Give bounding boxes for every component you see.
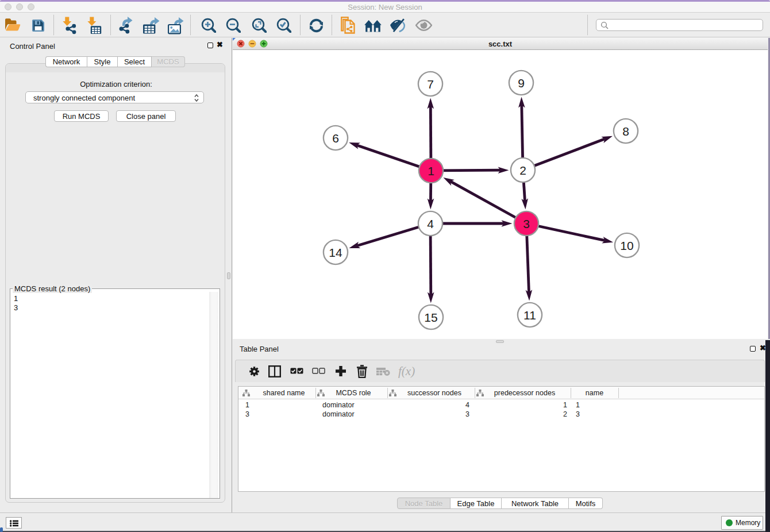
svg-text:2: 2: [519, 164, 526, 177]
svg-text:1: 1: [428, 164, 434, 178]
svg-text:10: 10: [620, 239, 633, 252]
svg-text:4: 4: [427, 217, 434, 230]
svg-text:3: 3: [523, 217, 530, 230]
svg-text:11: 11: [523, 309, 536, 322]
svg-text:9: 9: [518, 76, 525, 90]
svg-text:15: 15: [424, 311, 437, 324]
svg-text:14: 14: [329, 246, 342, 259]
svg-text:7: 7: [427, 78, 434, 91]
svg-text:8: 8: [622, 125, 629, 138]
svg-text:6: 6: [332, 132, 339, 145]
